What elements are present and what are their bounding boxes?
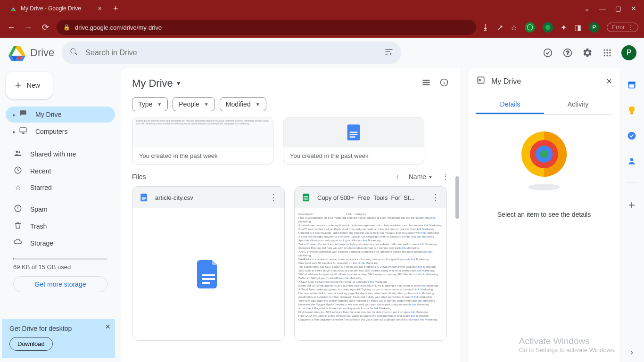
chip-modified[interactable]: Modified▼ xyxy=(220,97,266,111)
promo-download-button[interactable]: Download xyxy=(9,337,53,351)
file-more-icon[interactable]: ⋮ xyxy=(269,192,278,203)
svg-point-51 xyxy=(540,150,548,158)
maximize-icon[interactable]: ▢ xyxy=(615,5,621,12)
svg-rect-41 xyxy=(202,282,210,284)
breadcrumb[interactable]: My Drive ▼ xyxy=(132,77,182,90)
minimize-icon[interactable]: — xyxy=(599,5,606,12)
suggested-card[interactable]: You created in the past week xyxy=(283,117,424,165)
sort-by-button[interactable]: Name ▼ xyxy=(409,173,433,181)
tasks-app-icon[interactable] xyxy=(627,131,636,140)
new-button[interactable]: + New xyxy=(6,72,53,99)
list-view-icon[interactable] xyxy=(421,78,431,90)
storage-icon xyxy=(13,238,23,248)
new-tab-button[interactable]: + xyxy=(113,4,118,14)
tab-close-icon[interactable]: × xyxy=(98,5,102,12)
toolbar-row: ← → ⟳ 🔒 drive.google.com/drive/my-drive … xyxy=(0,17,644,38)
main-content: My Drive ▼ Type▼ People▼ Modified▼ Lorem… xyxy=(121,68,460,362)
sidebar-item-computers[interactable]: ▸ Computers xyxy=(6,123,115,140)
keep-app-icon[interactable] xyxy=(627,106,636,115)
rail-collapse-icon[interactable]: › xyxy=(630,347,633,357)
error-pill[interactable]: Error⋮ xyxy=(607,23,638,32)
address-bar[interactable]: 🔒 drive.google.com/drive/my-drive xyxy=(57,20,476,35)
ready-offline-icon[interactable] xyxy=(542,47,553,58)
svg-rect-34 xyxy=(350,136,355,138)
extension-icon-2[interactable] xyxy=(543,22,553,33)
promo-close-icon[interactable]: × xyxy=(105,322,110,332)
drive-logo[interactable]: Drive xyxy=(8,44,54,61)
forward-button[interactable]: → xyxy=(23,23,34,33)
sidebar-item-storage[interactable]: Storage xyxy=(6,235,115,251)
addons-plus-icon[interactable]: + xyxy=(628,198,635,212)
sort-direction-icon[interactable]: ↑ xyxy=(396,173,399,181)
tab-activity[interactable]: Activity xyxy=(544,96,612,114)
docs-file-icon xyxy=(139,193,149,202)
sidebar-item-trash[interactable]: Trash xyxy=(6,218,115,234)
svg-point-58 xyxy=(630,158,634,161)
sidepanel-icon[interactable]: ◨ xyxy=(574,23,581,32)
svg-rect-54 xyxy=(628,82,636,83)
svg-point-17 xyxy=(606,52,608,53)
files-grid: article-city.csv ⋮ Copy of 500+_Free_Too… xyxy=(132,186,449,341)
tab-strip: My Drive - Google Drive × + ⌄ — ▢ ✕ xyxy=(0,0,644,17)
support-icon[interactable]: ? xyxy=(562,47,573,58)
browser-tab[interactable]: My Drive - Google Drive × xyxy=(4,0,107,16)
svg-rect-37 xyxy=(142,198,146,199)
file-card[interactable]: Copy of 500+_Free_Tools_For_St... ⋮ Desc… xyxy=(294,186,447,341)
details-tabs: Details Activity xyxy=(476,96,612,115)
sidebar-item-starred[interactable]: ☆ Starred xyxy=(6,180,115,195)
sidebar-item-label: Trash xyxy=(30,222,47,230)
caret-down-icon: ▼ xyxy=(428,174,433,180)
caret-icon[interactable]: ▸ xyxy=(13,129,16,134)
file-card[interactable]: article-city.csv ⋮ xyxy=(132,186,285,341)
chip-people[interactable]: People▼ xyxy=(173,97,215,111)
file-thumbnail xyxy=(132,208,284,340)
sidebar-item-label: My Drive xyxy=(35,111,61,118)
extension-icon-1[interactable] xyxy=(525,22,535,33)
browser-chrome: My Drive - Google Drive × + ⌄ — ▢ ✕ ← → … xyxy=(0,0,644,38)
suggested-card[interactable]: Lorem ipsum dolor sit amet data marketin… xyxy=(132,117,273,165)
chip-type[interactable]: Type▼ xyxy=(132,97,168,111)
window-controls: ⌄ — ▢ ✕ xyxy=(584,5,644,12)
apps-grid-icon[interactable] xyxy=(602,47,613,58)
svg-point-15 xyxy=(609,49,611,51)
install-icon[interactable]: ⭳ xyxy=(482,23,489,32)
svg-point-4 xyxy=(545,25,551,30)
search-input[interactable] xyxy=(85,49,378,57)
svg-point-23 xyxy=(16,151,18,153)
sidebar-item-shared[interactable]: Shared with me xyxy=(6,146,115,162)
sidebar-item-my-drive[interactable]: ▸ My Drive xyxy=(6,107,115,123)
search-box[interactable] xyxy=(62,41,401,64)
info-icon[interactable] xyxy=(439,78,449,90)
suggested-thumbnail: Lorem ipsum dolor sit amet data marketin… xyxy=(132,117,273,148)
get-storage-button[interactable]: Get more storage xyxy=(13,276,107,292)
close-window-icon[interactable]: ✕ xyxy=(631,5,636,12)
calendar-app-icon[interactable] xyxy=(627,80,636,90)
details-illustration xyxy=(511,126,577,192)
tab-details[interactable]: Details xyxy=(476,96,544,114)
trash-icon xyxy=(13,221,23,231)
chevron-down-icon[interactable]: ⌄ xyxy=(584,5,590,12)
vertical-scrollbar[interactable] xyxy=(455,176,459,219)
reload-button[interactable]: ⟳ xyxy=(40,22,51,33)
search-options-icon[interactable] xyxy=(384,47,394,58)
extensions-puzzle-icon[interactable]: ✦ xyxy=(561,23,567,32)
details-close-icon[interactable]: × xyxy=(606,76,612,87)
drive-logo-icon xyxy=(8,44,26,61)
svg-point-52 xyxy=(528,184,560,190)
account-avatar[interactable]: P xyxy=(621,45,636,60)
bookmark-icon[interactable]: ☆ xyxy=(511,23,517,32)
share-icon[interactable]: ↗ xyxy=(497,23,503,32)
settings-icon[interactable] xyxy=(582,47,593,58)
sidebar-item-recent[interactable]: Recent xyxy=(6,163,115,179)
file-more-icon[interactable]: ⋮ xyxy=(431,192,440,203)
browser-profile-avatar[interactable]: P xyxy=(589,22,599,33)
contacts-app-icon[interactable] xyxy=(627,156,636,166)
svg-point-19 xyxy=(604,55,605,56)
svg-point-14 xyxy=(606,49,608,51)
recent-icon xyxy=(13,166,23,176)
svg-point-3 xyxy=(527,25,533,30)
sidebar-item-spam[interactable]: Spam xyxy=(6,201,115,217)
back-button[interactable]: ← xyxy=(6,23,17,33)
caret-icon[interactable]: ▸ xyxy=(13,112,16,117)
more-options-icon[interactable]: ⋮ xyxy=(442,173,449,181)
